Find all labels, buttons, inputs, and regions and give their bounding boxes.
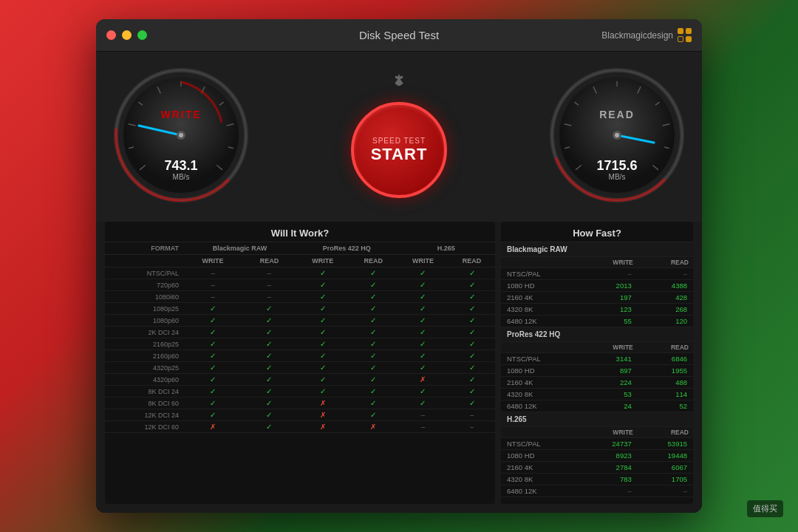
check-cell: ✓ — [296, 386, 349, 398]
value-cell: 2784 — [582, 462, 638, 474]
row-label: 2160 4K — [501, 377, 582, 389]
check-cell: ✓ — [296, 338, 349, 350]
minimize-button[interactable] — [122, 30, 132, 40]
check-cell: ✓ — [398, 350, 449, 362]
start-speed-test-button[interactable]: SPEED TEST START — [351, 102, 447, 198]
start-label-small: SPEED TEST — [372, 137, 426, 145]
pro-read-sub: READ — [349, 255, 398, 267]
check-cell: ✓ — [398, 279, 449, 291]
check-cell: ✓ — [242, 409, 296, 421]
check-cell: ✓ — [398, 315, 449, 327]
column-header-row: WRITEREAD — [501, 342, 693, 353]
table-row: NTSC/PAL––✓✓✓✓ — [105, 267, 495, 279]
table-row: 4320p60✓✓✓✓✗✓ — [105, 374, 495, 386]
braw-write-sub: WRITE — [183, 255, 242, 267]
check-cell: ✓ — [349, 409, 398, 421]
row-label: 4320 8K — [501, 389, 582, 400]
read-subheader: READ — [638, 257, 693, 268]
check-cell: ✓ — [398, 362, 449, 374]
value-cell: 24 — [582, 400, 638, 412]
format-col-header: FORMAT — [105, 242, 183, 255]
check-cell: ✓ — [183, 362, 242, 374]
check-cell: ✓ — [449, 362, 495, 374]
empty-subheader — [501, 342, 582, 353]
data-row: 1080 HD892319448 — [501, 450, 693, 462]
how-fast-header: How Fast? — [501, 222, 693, 242]
check-cell: ✓ — [349, 362, 398, 374]
value-cell: 224 — [582, 377, 638, 389]
format-cell: 8K DCI 24 — [105, 386, 183, 398]
table-row: 2K DCI 24✓✓✓✓✓✓ — [105, 327, 495, 338]
read-subheader: READ — [638, 427, 693, 438]
read-gauge: READ 1715.6 MB/s — [547, 65, 687, 205]
format-cell: 1080p25 — [105, 303, 183, 315]
format-cell: 2160p60 — [105, 350, 183, 362]
empty-subheader — [501, 427, 582, 438]
data-row: 2160 4K197428 — [501, 292, 693, 304]
data-row: NTSC/PAL–– — [501, 268, 693, 280]
row-label: 2160 4K — [501, 292, 582, 304]
value-cell: 197 — [582, 292, 638, 304]
check-cell: – — [242, 291, 296, 303]
check-cell: – — [183, 267, 242, 279]
check-cell: ✓ — [398, 303, 449, 315]
empty-sub — [105, 255, 183, 267]
check-cell: ✓ — [183, 374, 242, 386]
close-button[interactable] — [106, 30, 116, 40]
check-cell: ✓ — [296, 267, 349, 279]
value-cell: 488 — [638, 377, 693, 389]
value-cell: 120 — [638, 316, 693, 327]
value-cell: 123 — [582, 304, 638, 316]
table-row: 12K DCI 24✓✓✗✓–– — [105, 409, 495, 421]
write-subheader: WRITE — [582, 342, 638, 353]
settings-icon[interactable] — [389, 72, 409, 93]
check-cell: ✓ — [183, 398, 242, 409]
format-cell: 1080i60 — [105, 291, 183, 303]
section-header-row: H.265 — [501, 412, 693, 427]
check-cell: ✓ — [449, 398, 495, 409]
check-cell: ✓ — [398, 338, 449, 350]
check-cell: ✓ — [449, 350, 495, 362]
check-cell: ✓ — [449, 327, 495, 338]
value-cell: 53915 — [638, 438, 693, 450]
check-cell: ✓ — [349, 398, 398, 409]
check-cell: ✓ — [183, 338, 242, 350]
table-row: 1080p25✓✓✓✓✓✓ — [105, 303, 495, 315]
row-label: NTSC/PAL — [501, 268, 582, 280]
how-fast-panel: How Fast? Blackmagic RAWWRITEREADNTSC/PA… — [501, 222, 693, 504]
row-label: 6480 12K — [501, 400, 582, 412]
braw-read-sub: READ — [242, 255, 296, 267]
will-it-work-header: Will It Work? — [105, 222, 495, 242]
check-cell: – — [398, 421, 449, 433]
row-label: 4320 8K — [501, 474, 582, 485]
check-cell: ✓ — [349, 291, 398, 303]
check-cell: ✓ — [242, 398, 296, 409]
table-row: 2160p60✓✓✓✓✓✓ — [105, 350, 495, 362]
check-cell: ✓ — [242, 374, 296, 386]
main-window: Disk Speed Test Blackmagicdesign — [96, 19, 702, 513]
value-cell: 783 — [582, 474, 638, 485]
write-subheader: WRITE — [582, 257, 638, 268]
data-row: 4320 8K123268 — [501, 304, 693, 316]
check-cell: ✓ — [398, 267, 449, 279]
check-cell: ✓ — [183, 350, 242, 362]
table-row: 1080p60✓✓✓✓✓✓ — [105, 315, 495, 327]
check-cell: ✓ — [183, 315, 242, 327]
check-cell: ✓ — [242, 386, 296, 398]
data-row: 6480 12K–– — [501, 485, 693, 497]
check-cell: ✓ — [349, 315, 398, 327]
check-cell: ✓ — [349, 350, 398, 362]
check-cell: ✓ — [398, 291, 449, 303]
data-row: 4320 8K7831705 — [501, 474, 693, 485]
blackmagic-raw-header: Blackmagic RAW — [183, 242, 296, 255]
svg-point-39 — [615, 133, 619, 137]
logo-dot-1 — [678, 28, 683, 34]
maximize-button[interactable] — [137, 30, 147, 40]
format-cell: 1080p60 — [105, 315, 183, 327]
check-cell: ✗ — [183, 421, 242, 433]
check-cell: ✓ — [296, 315, 349, 327]
check-cell: ✓ — [242, 350, 296, 362]
window-controls — [106, 30, 147, 40]
svg-text:WRITE: WRITE — [160, 109, 201, 120]
start-label-big: START — [371, 145, 428, 164]
